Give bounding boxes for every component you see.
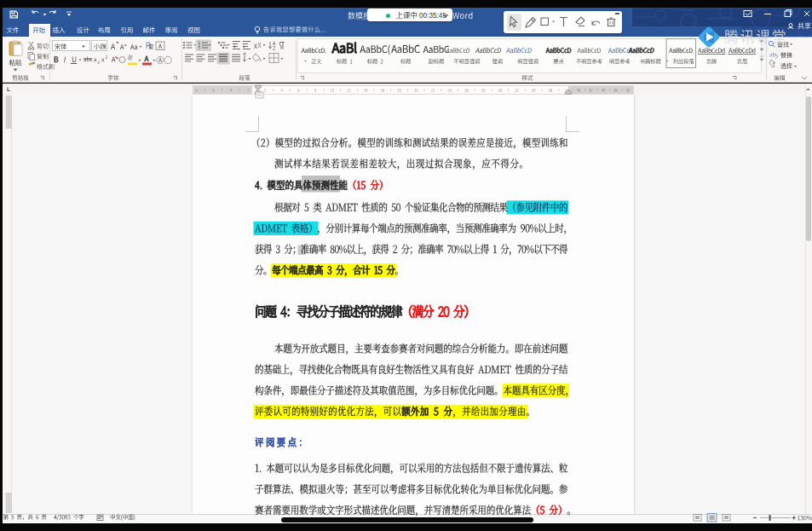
svg-text:00:35:49: 00:35:49	[419, 12, 446, 20]
